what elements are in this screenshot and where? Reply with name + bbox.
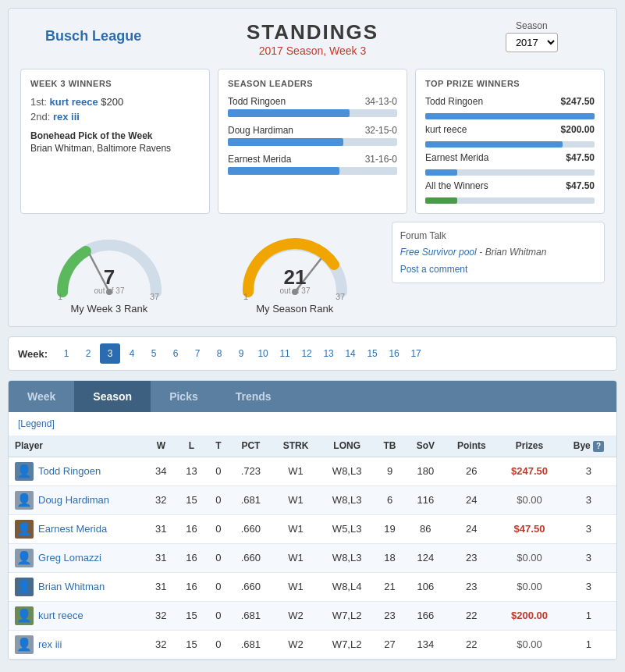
t-4: 0: [207, 572, 230, 601]
strk-5: W2: [272, 601, 320, 630]
week-btn-1[interactable]: 1: [56, 343, 76, 364]
bye-info-icon[interactable]: ?: [593, 441, 604, 452]
tb-0: 9: [374, 457, 406, 485]
week-btn-16[interactable]: 16: [384, 343, 404, 364]
bye-6: 1: [561, 630, 616, 659]
forum-link[interactable]: Free Survivor pool: [400, 247, 477, 258]
col-player: Player: [9, 436, 146, 457]
forum-panel: Forum Talk Free Survivor pool - Brian Wh…: [392, 222, 605, 283]
standings-card: Busch League STANDINGS 2017 Season, Week…: [8, 8, 617, 327]
bonehead-person: Brian Whitman, Baltimore Ravens: [30, 143, 171, 154]
season-dropdown[interactable]: 2017 2016 2015: [506, 33, 558, 52]
sov-1: 116: [406, 485, 445, 514]
strk-2: W1: [272, 514, 320, 543]
strk-6: W2: [272, 630, 320, 659]
col-prizes: Prizes: [498, 436, 561, 457]
svg-text:21: 21: [283, 265, 306, 289]
t-2: 0: [207, 514, 230, 543]
gauges-forum-row: 1 37 7 out of 37 My Week 3 Rank: [20, 222, 605, 315]
w-0: 34: [146, 457, 176, 485]
sov-0: 180: [406, 457, 445, 485]
l-3: 16: [176, 543, 207, 572]
week-btn-12[interactable]: 12: [297, 343, 317, 364]
week-btn-14[interactable]: 14: [340, 343, 360, 364]
col-bye: Bye ?: [561, 436, 616, 457]
player-name-0[interactable]: Todd Ringoen: [38, 465, 101, 477]
tab-bar: Week Season Picks Trends: [9, 381, 616, 412]
season-selector: Season 2017 2016 2015: [459, 20, 605, 52]
prizes-5: $200.00: [498, 601, 561, 630]
sov-3: 124: [406, 543, 445, 572]
week-btn-5[interactable]: 5: [144, 343, 164, 364]
pct-4: .660: [230, 572, 272, 601]
pct-2: .660: [230, 514, 272, 543]
player-name-5[interactable]: kurt reece: [38, 610, 83, 621]
w-5: 32: [146, 601, 176, 630]
first-place-row: 1st: kurt reece $200: [30, 96, 200, 108]
week-btn-6[interactable]: 6: [165, 343, 186, 364]
prize-row-3: All the Winners $47.50: [425, 180, 595, 191]
season-gauge-block: 1 37 21 out of 37 My Season Rank: [206, 222, 384, 315]
avatar-0: 👤: [15, 462, 34, 481]
post-comment-link[interactable]: Post a comment: [400, 264, 596, 275]
pts-0: 26: [446, 457, 499, 485]
standings-header: Busch League STANDINGS 2017 Season, Week…: [20, 20, 605, 57]
player-name-2[interactable]: Earnest Merida: [38, 523, 107, 535]
week-btn-7[interactable]: 7: [187, 343, 208, 364]
svg-text:1: 1: [58, 292, 62, 300]
tb-2: 19: [374, 514, 406, 543]
long-6: W7,L2: [320, 630, 374, 659]
player-name-1[interactable]: Doug Hardiman: [38, 494, 109, 506]
week-btn-15[interactable]: 15: [362, 343, 382, 364]
standings-title: STANDINGS: [166, 20, 459, 44]
long-1: W8,L3: [320, 485, 374, 514]
week-btn-4[interactable]: 4: [122, 343, 142, 364]
avatar-6: 👤: [15, 635, 34, 654]
pct-3: .660: [230, 543, 272, 572]
w-6: 32: [146, 630, 176, 659]
tb-1: 6: [374, 485, 406, 514]
season-label: Season: [459, 20, 605, 31]
prizes-0: $247.50: [498, 457, 561, 485]
standings-subtitle: 2017 Season, Week 3: [166, 44, 459, 57]
week-winners-panel: WEEK 3 WINNERS 1st: kurt reece $200 2nd:…: [20, 69, 210, 214]
week-btn-3[interactable]: 3: [100, 343, 120, 364]
strk-4: W1: [272, 572, 320, 601]
week-btn-8[interactable]: 8: [209, 343, 229, 364]
week-btn-17[interactable]: 17: [406, 343, 426, 364]
player-name-3[interactable]: Greg Lomazzi: [38, 552, 101, 564]
player-cell-0: 👤 Todd Ringoen: [9, 457, 146, 485]
tab-week[interactable]: Week: [9, 381, 74, 412]
table-row: 👤 Brian Whitman 31 16 0 .660 W1 W8,L4 21…: [9, 572, 616, 601]
week-btn-10[interactable]: 10: [253, 343, 273, 364]
tab-trends[interactable]: Trends: [217, 381, 290, 412]
prizes-1: $0.00: [498, 485, 561, 514]
table-row: 👤 rex iii 32 15 0 .681 W2 W7,L2 27 134 2…: [9, 630, 616, 659]
week-nav-label: Week:: [18, 348, 48, 360]
col-strk: STRK: [272, 436, 320, 457]
col-points: Points: [446, 436, 499, 457]
prize-row-2: Earnest Merida $47.50: [425, 152, 595, 163]
bye-1: 3: [561, 485, 616, 514]
tb-6: 27: [374, 630, 406, 659]
col-t: T: [207, 436, 230, 457]
l-1: 15: [176, 485, 207, 514]
pct-6: .681: [230, 630, 272, 659]
panels-row: WEEK 3 WINNERS 1st: kurt reece $200 2nd:…: [20, 69, 605, 214]
avatar-4: 👤: [15, 578, 34, 596]
tab-season[interactable]: Season: [74, 381, 151, 412]
player-name-6[interactable]: rex iii: [38, 638, 62, 650]
week-btn-9[interactable]: 9: [231, 343, 251, 364]
col-tb: TB: [374, 436, 406, 457]
svg-text:out of 37: out of 37: [279, 286, 310, 295]
tab-picks[interactable]: Picks: [151, 381, 217, 412]
tb-4: 21: [374, 572, 406, 601]
week-btn-13[interactable]: 13: [318, 343, 339, 364]
week-btn-2[interactable]: 2: [78, 343, 98, 364]
season-gauge-label: My Season Rank: [206, 303, 384, 315]
week-btn-11[interactable]: 11: [275, 343, 295, 364]
legend-link[interactable]: [Legend]: [18, 418, 55, 429]
player-name-4[interactable]: Brian Whitman: [38, 581, 105, 592]
col-pct: PCT: [230, 436, 272, 457]
svg-text:37: 37: [336, 292, 345, 300]
